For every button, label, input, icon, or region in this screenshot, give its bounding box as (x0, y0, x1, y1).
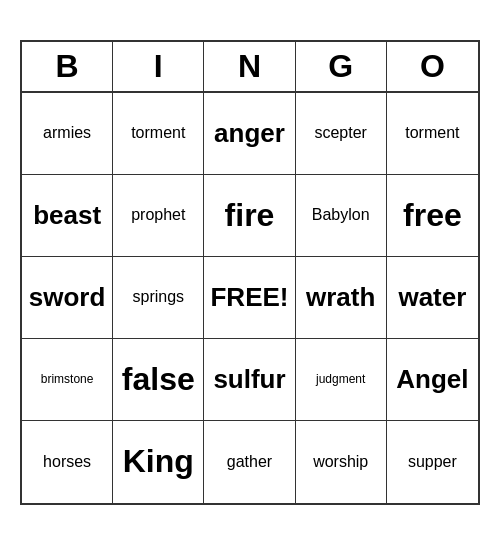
bingo-cell: sulfur (204, 339, 295, 421)
bingo-cell: torment (113, 93, 204, 175)
bingo-cell: torment (387, 93, 478, 175)
bingo-cell: wrath (296, 257, 387, 339)
bingo-cell: King (113, 421, 204, 503)
bingo-cell: worship (296, 421, 387, 503)
bingo-cell: false (113, 339, 204, 421)
header-letter: O (387, 42, 478, 91)
bingo-cell: anger (204, 93, 295, 175)
bingo-cell: brimstone (22, 339, 113, 421)
header-letter: G (296, 42, 387, 91)
bingo-header: BINGO (22, 42, 478, 93)
bingo-cell: gather (204, 421, 295, 503)
bingo-cell: scepter (296, 93, 387, 175)
bingo-cell: water (387, 257, 478, 339)
bingo-cell: fire (204, 175, 295, 257)
bingo-cell: free (387, 175, 478, 257)
bingo-cell: judgment (296, 339, 387, 421)
bingo-cell: FREE! (204, 257, 295, 339)
bingo-cell: supper (387, 421, 478, 503)
bingo-card: BINGO armiestormentangersceptertormentbe… (20, 40, 480, 505)
bingo-cell: horses (22, 421, 113, 503)
bingo-cell: Babylon (296, 175, 387, 257)
bingo-cell: sword (22, 257, 113, 339)
header-letter: I (113, 42, 204, 91)
bingo-cell: beast (22, 175, 113, 257)
bingo-cell: armies (22, 93, 113, 175)
header-letter: B (22, 42, 113, 91)
bingo-grid: armiestormentangersceptertormentbeastpro… (22, 93, 478, 503)
bingo-cell: prophet (113, 175, 204, 257)
bingo-cell: springs (113, 257, 204, 339)
bingo-cell: Angel (387, 339, 478, 421)
header-letter: N (204, 42, 295, 91)
